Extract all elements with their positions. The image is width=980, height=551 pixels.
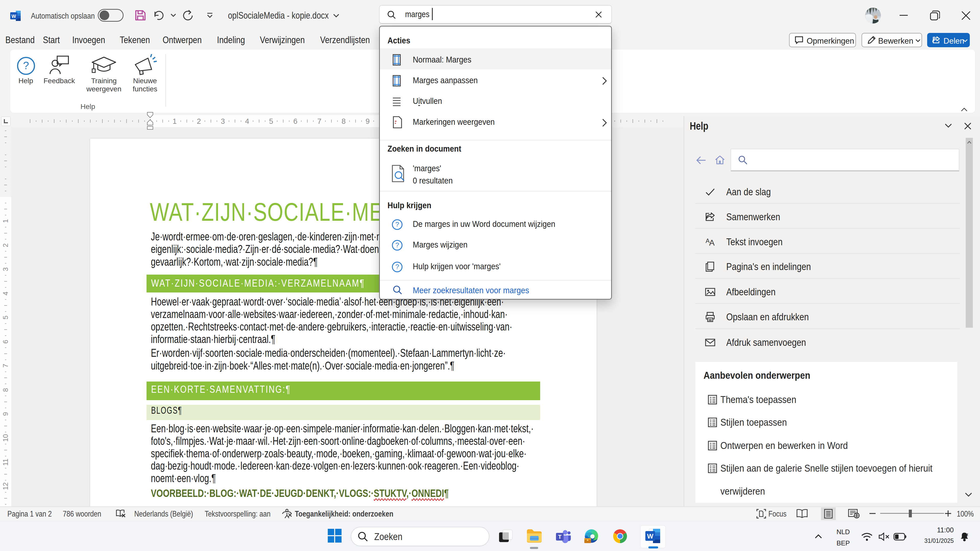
svg-text:?: ? (395, 263, 399, 270)
svg-text:T: T (558, 534, 562, 540)
svg-text:?: ? (23, 59, 29, 71)
svg-text:?: ? (395, 241, 399, 249)
svg-text:?: ? (395, 221, 399, 228)
svg-text:A: A (709, 238, 715, 247)
svg-text:W: W (11, 14, 16, 19)
svg-text:z: z (966, 532, 968, 537)
svg-text:W: W (647, 532, 654, 540)
